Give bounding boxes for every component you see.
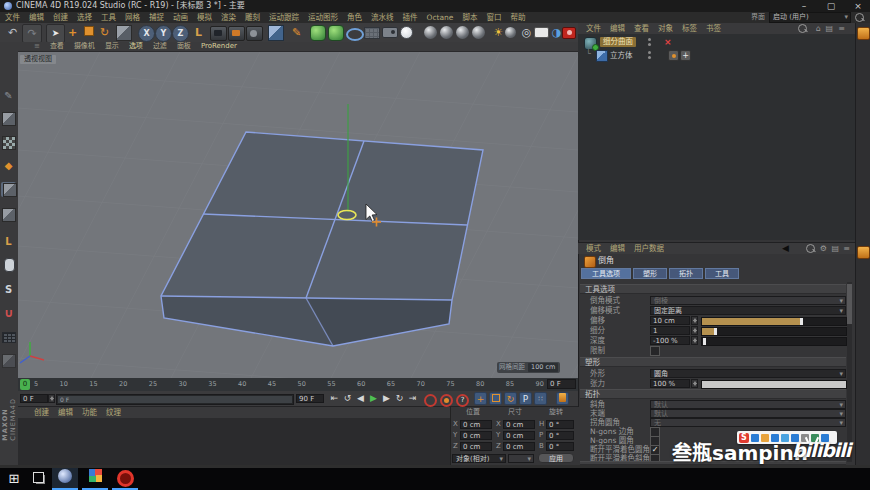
close-button[interactable]: ×: [847, 0, 869, 12]
search-icon[interactable]: [855, 13, 864, 22]
material-sphere-1-icon[interactable]: [424, 26, 437, 39]
depth-slider-knob[interactable]: [703, 338, 706, 345]
offset-slider[interactable]: [701, 317, 847, 326]
tab-tool-options[interactable]: 工具选项: [581, 268, 631, 279]
minimize-button[interactable]: –: [793, 0, 815, 12]
om-menu-edit[interactable]: 编辑: [610, 25, 625, 33]
x-axis-lock[interactable]: X: [138, 25, 155, 42]
object-row-cube[interactable]: └ 立方体 +: [584, 50, 849, 62]
am-scrollbar-thumb[interactable]: [847, 284, 852, 324]
strip-tab-attributes-icon[interactable]: [857, 246, 870, 259]
am-gear-icon[interactable]: ⚙: [820, 245, 827, 253]
render-settings-icon[interactable]: [246, 26, 263, 41]
am-layers-icon[interactable]: ▤: [831, 245, 839, 253]
size-x-field[interactable]: 0 cm: [503, 420, 535, 429]
menu-character[interactable]: 角色: [347, 14, 362, 22]
array-generator-icon[interactable]: [328, 25, 344, 41]
render-region-icon[interactable]: [228, 26, 245, 41]
tab-shaping[interactable]: 塑形: [633, 268, 667, 279]
render-view-icon[interactable]: [210, 26, 227, 41]
magnet-snap-icon[interactable]: ∪: [1, 306, 16, 321]
group-tool-options[interactable]: 工具选项: [580, 284, 846, 294]
edges-mode-icon[interactable]: [1, 182, 16, 197]
spline-circle-icon[interactable]: [346, 28, 364, 41]
depth-slider[interactable]: [701, 337, 847, 346]
enable-axis-icon[interactable]: L: [1, 234, 16, 249]
om-menu-bookmarks[interactable]: 书签: [706, 25, 721, 33]
taskbar-recorder-app[interactable]: [112, 468, 138, 490]
maximize-button[interactable]: ▢: [820, 0, 842, 12]
bevel-mode-dropdown[interactable]: 倒棱: [650, 296, 846, 305]
lock-workplane-icon[interactable]: [2, 354, 16, 368]
start-button-icon[interactable]: ⊞: [6, 471, 22, 487]
current-frame-field[interactable]: 0 F: [547, 379, 576, 389]
material-manager-area[interactable]: [18, 418, 450, 465]
offset-stepper[interactable]: [691, 316, 698, 325]
record-rotation-toggle[interactable]: ↻: [504, 392, 517, 405]
tab-topology[interactable]: 拓扑: [669, 268, 703, 279]
am-back-arrow-icon[interactable]: ◀: [782, 244, 789, 253]
om-menu-view[interactable]: 查看: [634, 25, 649, 33]
om-search-icon[interactable]: [798, 24, 807, 33]
am-search-icon[interactable]: [806, 244, 815, 253]
om-menu-file[interactable]: 文件: [586, 25, 601, 33]
goto-end-button[interactable]: ⇥: [406, 392, 419, 405]
viewport-menu-panel[interactable]: 面板: [177, 43, 191, 50]
menu-animate[interactable]: 动画: [173, 14, 188, 22]
object-name[interactable]: 细分曲面: [600, 37, 636, 47]
spline-pen-icon[interactable]: ✎: [288, 24, 305, 41]
coordinate-units-dropdown[interactable]: [508, 454, 534, 463]
viewport-view-label[interactable]: 透视视图: [20, 55, 56, 64]
rot-b-field[interactable]: 0 °: [546, 442, 574, 451]
mat-menu-function[interactable]: 功能: [82, 409, 97, 417]
menu-octane[interactable]: Octane: [427, 14, 454, 22]
texture-mode-icon[interactable]: [2, 136, 16, 150]
am-list-icon[interactable]: ≡: [843, 245, 850, 253]
menu-pipeline[interactable]: 流水线: [371, 14, 394, 22]
pos-z-field[interactable]: 0 cm: [460, 442, 492, 451]
group-shaping[interactable]: 塑形: [580, 357, 846, 367]
viewport-canvas[interactable]: [18, 52, 578, 378]
goto-start-button[interactable]: ⇤: [328, 392, 341, 405]
object-name[interactable]: 立方体: [610, 51, 633, 61]
taskbar-c4d-app[interactable]: [52, 468, 78, 490]
viewport-menu-view[interactable]: 查看: [50, 43, 64, 50]
workplane-icon[interactable]: [2, 332, 16, 343]
viewport-menu-cameras[interactable]: 摄像机: [74, 43, 95, 50]
keying-settings-icon[interactable]: [556, 392, 569, 405]
record-scale-toggle[interactable]: [489, 392, 502, 405]
rot-p-field[interactable]: 0 °: [546, 431, 574, 440]
mat-menu-create[interactable]: 创建: [34, 409, 49, 417]
play-backwards-button[interactable]: ↺: [341, 392, 354, 405]
record-keyframe-button[interactable]: [424, 394, 437, 407]
keyframe-selection-button[interactable]: ?: [456, 394, 469, 407]
target-icon[interactable]: ◎: [518, 24, 535, 41]
om-list-icon[interactable]: ≡: [838, 25, 845, 33]
om-layers-icon[interactable]: ▤: [825, 25, 833, 33]
timeline-playhead[interactable]: 0: [20, 379, 30, 390]
scale-tool-icon[interactable]: [80, 24, 97, 41]
tension-value[interactable]: 100 %: [650, 379, 690, 388]
menu-sculpt[interactable]: 雕刻: [245, 14, 260, 22]
undo-icon[interactable]: ↶: [4, 24, 21, 41]
menu-script[interactable]: 脚本: [462, 14, 477, 22]
material-sphere-2-icon[interactable]: [440, 26, 453, 39]
material-sphere-4-icon[interactable]: [472, 26, 485, 39]
miter-dropdown[interactable]: 默认: [650, 400, 846, 409]
model-mode-icon[interactable]: [2, 112, 16, 126]
corner-dropdown[interactable]: 无: [650, 418, 846, 427]
menu-simulate[interactable]: 模拟: [197, 14, 212, 22]
taskbar-color-app[interactable]: [82, 468, 108, 490]
menu-edit[interactable]: 编辑: [29, 14, 44, 22]
z-axis-lock[interactable]: Z: [172, 25, 189, 42]
subdivision-stepper[interactable]: [691, 326, 698, 335]
white-card-icon[interactable]: [534, 27, 549, 38]
play-button[interactable]: ▶: [367, 392, 380, 405]
viewport-menu-filter[interactable]: 过滤: [153, 43, 167, 50]
make-editable-icon[interactable]: ✎: [1, 88, 16, 103]
camera-object-icon[interactable]: [382, 27, 398, 38]
apply-button[interactable]: 应用: [538, 453, 574, 463]
offset-value[interactable]: 10 cm: [650, 316, 690, 325]
rot-h-field[interactable]: 0 °: [546, 420, 574, 429]
start-frame-field[interactable]: 0 F: [20, 394, 48, 403]
